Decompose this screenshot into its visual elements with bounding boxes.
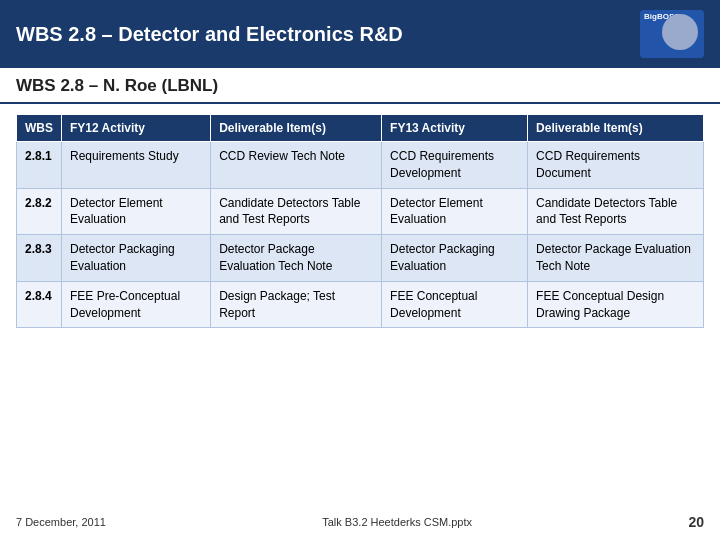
fy12-activity: Detector Packaging Evaluation (62, 235, 211, 282)
wbs-num: 2.8.2 (17, 188, 62, 235)
table-row: 2.8.2Detector Element EvaluationCandidat… (17, 188, 704, 235)
del13: Candidate Detectors Table and Test Repor… (528, 188, 704, 235)
del13: Detector Package Evaluation Tech Note (528, 235, 704, 282)
col-del12: Deliverable Item(s) (211, 115, 382, 142)
fy13-activity: Detector Packaging Evaluation (382, 235, 528, 282)
fy13-activity: FEE Conceptual Development (382, 281, 528, 328)
logo-area: BigBOSS (640, 10, 704, 58)
fy13-activity: CCD Requirements Development (382, 142, 528, 189)
col-wbs: WBS (17, 115, 62, 142)
wbs-num: 2.8.3 (17, 235, 62, 282)
del13: CCD Requirements Document (528, 142, 704, 189)
fy12-activity: Detector Element Evaluation (62, 188, 211, 235)
col-del13: Deliverable Item(s) (528, 115, 704, 142)
wbs-num: 2.8.4 (17, 281, 62, 328)
footer: 7 December, 2011 Talk B3.2 Heetderks CSM… (16, 514, 704, 530)
logo-circle (662, 14, 698, 50)
header-bar: WBS 2.8 – Detector and Electronics R&D B… (0, 0, 720, 68)
wbs-num: 2.8.1 (17, 142, 62, 189)
main-table: WBS FY12 Activity Deliverable Item(s) FY… (16, 114, 704, 328)
fy12-activity: FEE Pre-Conceptual Development (62, 281, 211, 328)
del12: Detector Package Evaluation Tech Note (211, 235, 382, 282)
page-number: 20 (688, 514, 704, 530)
del12: Design Package; Test Report (211, 281, 382, 328)
del12: Candidate Detectors Table and Test Repor… (211, 188, 382, 235)
col-fy12-activity: FY12 Activity (62, 115, 211, 142)
table-row: 2.8.3Detector Packaging EvaluationDetect… (17, 235, 704, 282)
subtitle-bar: WBS 2.8 – N. Roe (LBNL) (0, 68, 720, 104)
footer-center: Talk B3.2 Heetderks CSM.pptx (322, 516, 472, 528)
col-fy13-activity: FY13 Activity (382, 115, 528, 142)
subtitle-text: WBS 2.8 – N. Roe (LBNL) (16, 76, 218, 95)
table-row: 2.8.1Requirements StudyCCD Review Tech N… (17, 142, 704, 189)
fy12-activity: Requirements Study (62, 142, 211, 189)
del13: FEE Conceptual Design Drawing Package (528, 281, 704, 328)
table-row: 2.8.4FEE Pre-Conceptual DevelopmentDesig… (17, 281, 704, 328)
fy13-activity: Detector Element Evaluation (382, 188, 528, 235)
table-header-row: WBS FY12 Activity Deliverable Item(s) FY… (17, 115, 704, 142)
del12: CCD Review Tech Note (211, 142, 382, 189)
table-container: WBS FY12 Activity Deliverable Item(s) FY… (0, 114, 720, 328)
footer-date: 7 December, 2011 (16, 516, 106, 528)
header-title: WBS 2.8 – Detector and Electronics R&D (16, 23, 403, 46)
